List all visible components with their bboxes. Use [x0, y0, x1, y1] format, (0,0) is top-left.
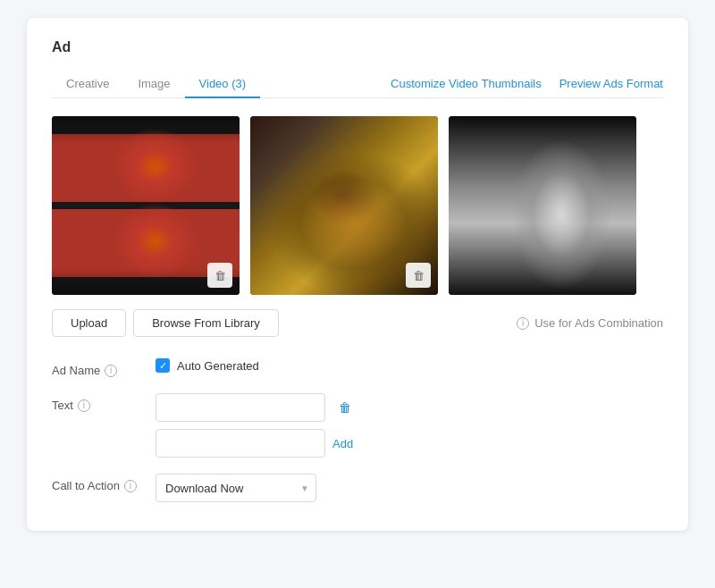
ad-name-info-icon: i: [105, 365, 117, 377]
text-input-2[interactable]: [156, 429, 325, 458]
upload-row: Upload Browse From Library i Use for Ads…: [52, 309, 663, 337]
customize-thumbnails-link[interactable]: Customize Video Thumbnails: [391, 77, 542, 90]
call-to-action-label: Call to Action i: [52, 474, 141, 492]
video-thumb-2: 🗑: [250, 116, 438, 295]
delete-text-1-button[interactable]: 🗑: [332, 395, 358, 420]
video-thumbnails-row: 🗑 🗑: [52, 116, 663, 295]
ads-combo-info-icon: i: [517, 317, 529, 330]
text-input-1[interactable]: [156, 393, 325, 422]
delete-video-1-button[interactable]: 🗑: [207, 263, 232, 288]
call-to-action-info-icon: i: [124, 480, 137, 492]
text-content: 🗑 Add: [156, 393, 663, 458]
ads-combo-label: Use for Ads Combination: [534, 316, 663, 330]
tabs-actions: Customize Video Thumbnails Preview Ads F…: [391, 77, 663, 90]
upload-button[interactable]: Upload: [52, 309, 126, 337]
ad-name-content: Auto Generated: [156, 358, 663, 373]
text-info-icon: i: [78, 399, 90, 412]
call-to-action-select[interactable]: Download Now Learn More Sign Up Shop Now…: [156, 474, 316, 502]
ads-combo-wrapper: i Use for Ads Combination: [517, 316, 663, 330]
add-text-link[interactable]: Add: [332, 433, 353, 454]
tab-creative[interactable]: Creative: [52, 70, 123, 97]
ad-name-row: Ad Name i Auto Generated: [52, 358, 663, 377]
auto-generated-checkbox-wrapper[interactable]: Auto Generated: [156, 358, 259, 373]
call-to-action-content: Download Now Learn More Sign Up Shop Now…: [156, 474, 663, 502]
preview-ads-link[interactable]: Preview Ads Format: [559, 77, 663, 90]
tabs-left: Creative Image Video (3): [52, 70, 391, 97]
form-section: Ad Name i Auto Generated Text i 🗑: [52, 358, 663, 502]
text-label: Text i: [52, 393, 141, 412]
browse-library-button[interactable]: Browse From Library: [133, 309, 279, 337]
auto-generated-checkbox[interactable]: [156, 358, 170, 373]
auto-generated-label: Auto Generated: [177, 359, 259, 373]
text-row: Text i 🗑 Add: [52, 393, 663, 458]
tab-image[interactable]: Image: [123, 70, 184, 97]
text-input-row-2: Add: [156, 429, 353, 458]
call-to-action-row: Call to Action i Download Now Learn More…: [52, 474, 663, 502]
ad-name-label: Ad Name i: [52, 358, 141, 377]
tab-video[interactable]: Video (3): [185, 70, 261, 97]
call-to-action-select-wrapper: Download Now Learn More Sign Up Shop Now…: [156, 474, 316, 502]
page-title: Ad: [52, 39, 663, 55]
text-input-row-1: 🗑: [156, 393, 358, 422]
tabs-bar: Creative Image Video (3) Customize Video…: [52, 70, 663, 98]
video-thumb-3: [449, 116, 636, 295]
video-thumb-1: 🗑: [52, 116, 240, 295]
delete-video-2-button[interactable]: 🗑: [406, 263, 431, 288]
ad-card: Ad Creative Image Video (3) Customize Vi…: [27, 18, 688, 531]
